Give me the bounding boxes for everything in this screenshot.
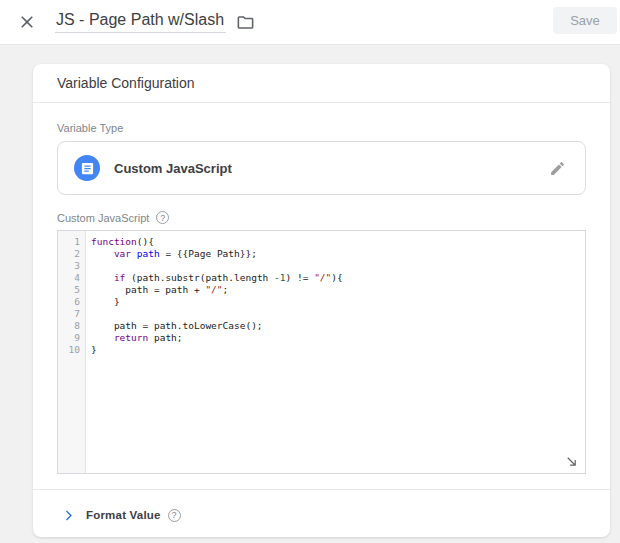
line-number: 7 [58,308,85,320]
code-gutter: 12345678910 [58,231,86,473]
folder-icon[interactable] [235,12,255,32]
arrow-down-right-glyph [565,455,578,468]
line-number: 1 [58,236,85,248]
code-line[interactable] [91,308,585,320]
code-editor[interactable]: 12345678910 function(){ var path = {{Pag… [57,230,586,474]
code-line[interactable]: var path = {{Page Path}}; [91,248,585,260]
code-line[interactable]: return path; [91,332,585,344]
code-section-header: Custom JavaScript ? [57,211,586,224]
code-line[interactable]: } [91,296,585,308]
line-number: 6 [58,296,85,308]
top-bar: JS - Page Path w/Slash Save [0,0,620,45]
line-number: 10 [58,344,85,356]
line-number: 9 [58,332,85,344]
code-line[interactable] [91,260,585,272]
line-number: 3 [58,260,85,272]
card-body: Variable Type Custom JavaScript Custom J… [33,103,610,474]
line-number: 4 [58,272,85,284]
variable-name-input[interactable]: JS - Page Path w/Slash [55,11,226,33]
chevron-right-icon [61,508,75,522]
code-editor-lines[interactable]: function(){ var path = {{Page Path}}; if… [86,231,585,473]
close-icon[interactable] [16,11,38,33]
variable-configuration-card: Variable Configuration Variable Type Cus… [33,64,610,537]
save-button[interactable]: Save [553,7,617,34]
code-line[interactable]: path = path.toLowerCase(); [91,320,585,332]
variable-type-value: Custom JavaScript [114,161,232,176]
line-number: 2 [58,248,85,260]
card-title: Variable Configuration [33,64,610,103]
line-number: 5 [58,284,85,296]
code-line[interactable]: path = path + "/"; [91,284,585,296]
variable-type-label: Variable Type [57,122,586,134]
format-value-toggle[interactable]: Format Value ? [33,489,610,537]
close-x-glyph [17,12,37,32]
format-value-label: Format Value [86,509,161,521]
code-line[interactable]: function(){ [91,236,585,248]
line-number: 8 [58,320,85,332]
folder-glyph [236,13,255,32]
custom-javascript-label: Custom JavaScript [57,212,149,224]
help-icon[interactable]: ? [156,211,169,224]
resize-handle-icon[interactable] [564,454,578,468]
code-line[interactable]: } [91,344,585,356]
help-icon[interactable]: ? [168,509,181,522]
variable-type-box[interactable]: Custom JavaScript [57,141,586,195]
code-line[interactable]: if (path.substr(path.length -1) != "/"){ [91,272,585,284]
edit-icon[interactable] [547,158,567,178]
custom-javascript-icon [74,155,100,181]
pencil-glyph [549,160,566,177]
